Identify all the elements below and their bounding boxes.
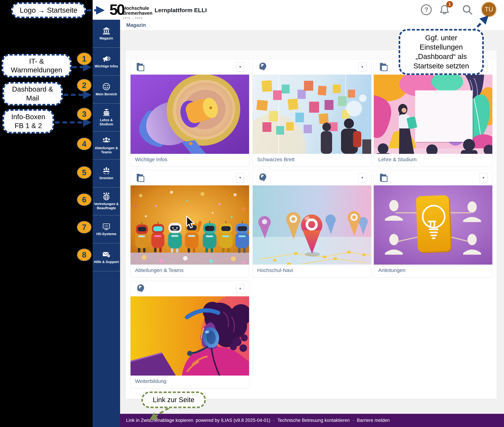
- marker-8: 8: [77, 249, 92, 261]
- tile-title[interactable]: Lehre & Studium: [374, 154, 492, 162]
- sidebar-item-magazin[interactable]: Magazin: [93, 20, 120, 48]
- repository-panel: ▼: [125, 50, 497, 399]
- marker-5: 5: [77, 166, 92, 179]
- logo-line1: Hochschule: [123, 6, 149, 11]
- tile-wichtige-infos[interactable]: ▼: [130, 59, 249, 167]
- card-image-sticky-notes[interactable]: [253, 75, 371, 154]
- tile-hochschul-navi[interactable]: ▼: [253, 170, 371, 277]
- sidebar-item-vertretungen[interactable]: Vertretungen & Beauftragte: [93, 187, 120, 215]
- tile-title[interactable]: Schwarzes Brett: [253, 154, 371, 162]
- search-icon[interactable]: [462, 4, 473, 15]
- tile-title[interactable]: Wichtige Infos: [131, 154, 249, 162]
- svg-text:?: ?: [108, 255, 109, 257]
- avatar[interactable]: TU: [481, 1, 497, 17]
- sidebar-item-label: Magazin: [99, 36, 114, 40]
- annotation-link-zur-seite: Link zur Seite: [141, 391, 206, 408]
- tile-actions-dropdown[interactable]: ▼: [236, 284, 244, 293]
- folder-icon: [379, 62, 388, 72]
- link-icon: [257, 173, 267, 183]
- tile-actions-dropdown[interactable]: ▼: [358, 173, 366, 183]
- notification-badge: 1: [446, 1, 453, 8]
- link-icon: [135, 284, 145, 294]
- sidebar-item-label: Gremien: [98, 176, 114, 180]
- footer-separator: ·: [273, 418, 275, 423]
- annotation-it-warnmeldungen: IT- & Warnmeldungen: [2, 54, 71, 77]
- breadcrumb[interactable]: Magazin: [126, 22, 146, 28]
- sidebar-item-label: Vertretungen & Beauftragte: [93, 202, 120, 210]
- globe-people-icon: [102, 192, 110, 200]
- sidebar-item-mein-bereich[interactable]: Mein Bereich: [93, 76, 120, 104]
- folder-icon: [135, 173, 145, 183]
- logo-line2: Bremerhaven: [123, 11, 153, 16]
- tile-title[interactable]: Hochschul-Navi: [253, 265, 371, 273]
- sidebar-item-label: Mein Bereich: [95, 92, 118, 96]
- annotation-infoboxen: Info-Boxen FB 1 & 2: [3, 109, 54, 133]
- bank-icon: [102, 27, 110, 35]
- annotation-logo-startseite: Logo → Startseite: [11, 2, 86, 18]
- card-image-megaphone[interactable]: [131, 75, 249, 154]
- megaphone-icon: [102, 55, 110, 63]
- marker-7: 7: [77, 221, 92, 234]
- tile-actions-dropdown[interactable]: ▼: [358, 62, 366, 72]
- folder-icon: [135, 62, 145, 72]
- committee-icon: [102, 167, 110, 174]
- annotation-startseite-setzen: Ggf. unter Einstellungen „Dashboard“ als…: [399, 29, 484, 75]
- main-content: Magazin ▼: [120, 20, 504, 414]
- sidebar-item-label: Hilfe & Support: [93, 260, 120, 264]
- footer-support-link[interactable]: Technische Betreuung kontaktieren: [277, 418, 350, 423]
- mail-question-icon: ?: [102, 250, 110, 258]
- marker-1: 1: [77, 53, 92, 65]
- page-title: Lernplattform ELLI: [155, 7, 207, 14]
- tile-title[interactable]: Anleitungen: [374, 265, 492, 273]
- people-icon: [102, 137, 110, 145]
- sidebar-item-wichtige-infos[interactable]: Wichtige Infos: [93, 48, 120, 76]
- tile-actions-dropdown[interactable]: ▼: [236, 173, 244, 183]
- footer-bar: Link in Zwischenablage kopieren powered …: [120, 414, 504, 427]
- folder-icon: [379, 173, 388, 183]
- tile-schwarzes-brett[interactable]: ▼: [253, 59, 371, 167]
- marker-2: 2: [77, 79, 92, 92]
- tile-title[interactable]: Weiterbildung: [131, 375, 249, 384]
- sidebar: Magazin Wichtige Infos Mein Bereich: [93, 20, 120, 427]
- tile-anleitungen[interactable]: ▼: [374, 170, 493, 277]
- footer-powered-by: powered by ILIAS (v9.8 2025-04-01): [196, 418, 270, 423]
- smiley-icon: [102, 83, 110, 91]
- page: 50 Hochschule Bremerhaven 1975 – 2025 Le…: [0, 0, 504, 427]
- annotation-dashboard-mail: Dashboard & Mail: [3, 82, 63, 106]
- card-image-map-pins[interactable]: [253, 185, 371, 265]
- marker-4: 4: [77, 137, 92, 150]
- tile-actions-dropdown[interactable]: ▼: [236, 62, 244, 72]
- sidebar-item-label: Lehre & Studium: [93, 118, 120, 126]
- sidebar-item-lehre-studium[interactable]: Lehre & Studium: [93, 104, 120, 131]
- marker-6: 6: [77, 193, 92, 206]
- tile-lehre-studium[interactable]: ▼: [374, 59, 493, 167]
- card-image-headset[interactable]: [131, 296, 249, 375]
- card-image-robots[interactable]: [131, 185, 249, 265]
- tile-abteilungen-teams[interactable]: ▼: [130, 170, 249, 277]
- tile-weiterbildung[interactable]: ▼: [130, 281, 249, 389]
- footer-copy-link[interactable]: Link in Zwischenablage kopieren: [126, 418, 193, 423]
- books-icon: [102, 108, 110, 116]
- help-icon[interactable]: ?: [421, 4, 432, 15]
- sidebar-item-label: Wichtige Infos: [94, 64, 119, 69]
- link-icon: [257, 62, 267, 72]
- sidebar-item-gremien[interactable]: Gremien: [93, 160, 120, 187]
- logo-50: 50: [109, 1, 124, 18]
- top-header: 50 Hochschule Bremerhaven 1975 – 2025 Le…: [93, 0, 504, 20]
- logo-years: 1975 – 2025: [123, 16, 153, 19]
- footer-separator: ·: [353, 418, 354, 423]
- university-logo[interactable]: 50 Hochschule Bremerhaven 1975 – 2025: [109, 1, 152, 19]
- tile-title[interactable]: Abteilungen & Teams: [131, 265, 249, 273]
- sidebar-item-label: Abteilungen & Teams: [93, 146, 120, 154]
- sidebar-item-label: HS-Systeme: [95, 232, 117, 236]
- sidebar-item-hs-systeme[interactable]: HS-Systeme: [93, 215, 120, 243]
- monitor-icon: [102, 222, 110, 230]
- card-image-presentation[interactable]: [374, 75, 492, 154]
- tile-actions-dropdown[interactable]: ▼: [479, 173, 488, 183]
- svg-text:?: ?: [424, 6, 428, 13]
- footer-barrier-link[interactable]: Barriere melden: [357, 418, 390, 423]
- marker-3: 3: [77, 108, 92, 120]
- sidebar-item-abteilungen-teams[interactable]: Abteilungen & Teams: [93, 131, 120, 160]
- sidebar-item-hilfe-support[interactable]: ? Hilfe & Support: [93, 243, 120, 271]
- card-image-lightbulb[interactable]: [374, 185, 492, 265]
